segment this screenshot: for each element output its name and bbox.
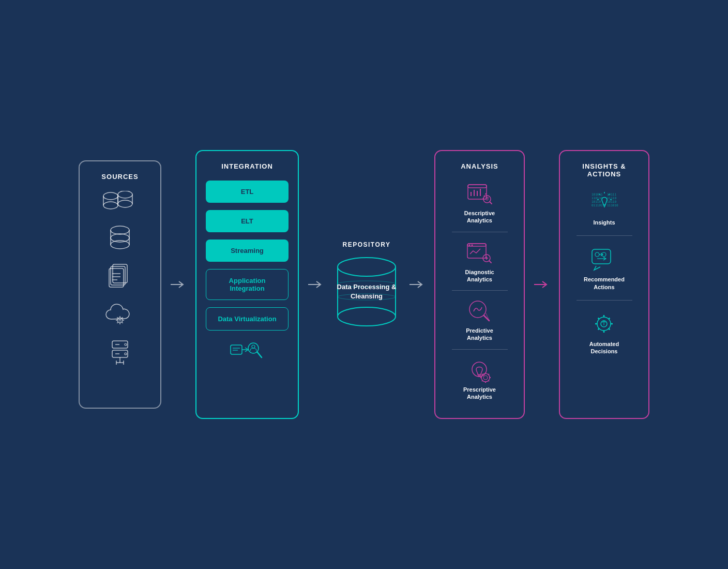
app-integration-button[interactable]: Application Integration xyxy=(206,269,289,300)
svg-line-80 xyxy=(489,374,489,375)
analysis-list: DescriptiveAnalytics DiagnosticAnalytics xyxy=(445,181,514,400)
descriptive-analytics-item: DescriptiveAnalytics xyxy=(464,181,495,224)
sources-list xyxy=(89,191,151,367)
svg-line-22 xyxy=(117,322,117,323)
svg-rect-24 xyxy=(112,350,128,357)
svg-text:10111: 10111 xyxy=(607,192,616,196)
svg-line-79 xyxy=(489,380,489,381)
svg-point-99 xyxy=(595,252,599,257)
divider-3 xyxy=(452,349,508,350)
svg-rect-34 xyxy=(231,345,242,354)
etl-button[interactable]: ETL xyxy=(206,181,289,203)
predictive-analytics-item: PredictiveAnalytics xyxy=(466,298,493,342)
recommended-actions-item: RecommendedActions xyxy=(584,245,625,291)
sources-title: SOURCES xyxy=(101,173,138,181)
server-icon xyxy=(109,339,131,367)
svg-line-78 xyxy=(482,374,482,375)
svg-line-19 xyxy=(117,317,117,318)
svg-line-38 xyxy=(257,352,262,357)
svg-point-0 xyxy=(103,192,118,200)
diagnostic-analytics-item: DiagnosticAnalytics xyxy=(465,239,494,283)
svg-text:11110: 11110 xyxy=(607,196,616,200)
arrow-repository-analysis xyxy=(410,279,425,290)
svg-line-110 xyxy=(609,328,610,330)
arrow-sources-integration xyxy=(171,279,186,290)
analysis-panel: ANALYSIS DescriptiveAnalytics xyxy=(434,150,525,419)
descriptive-analytics-label: DescriptiveAnalytics xyxy=(464,209,495,224)
svg-line-109 xyxy=(598,318,600,319)
svg-point-72 xyxy=(481,373,490,382)
divider-1 xyxy=(452,232,508,232)
insights-divider-2 xyxy=(577,300,632,301)
integration-list: ETL ELT Streaming Application Integratio… xyxy=(206,181,289,331)
svg-line-111 xyxy=(609,318,610,319)
svg-point-42 xyxy=(338,258,396,276)
svg-point-39 xyxy=(252,345,255,348)
svg-line-63 xyxy=(489,261,491,263)
prescriptive-analytics-label: PrescriptiveAnalytics xyxy=(463,386,496,401)
insights-item: 101011 110110 10110 011101 10111 11110 1… xyxy=(590,188,618,226)
svg-line-56 xyxy=(490,202,492,204)
repository-label: REPOSITORY xyxy=(342,241,390,248)
svg-point-73 xyxy=(483,376,488,380)
insights-panel: INSIGHTS &ACTIONS 101011 110110 10110 01… xyxy=(559,150,649,419)
svg-text:10110: 10110 xyxy=(607,200,616,203)
diagram-container: SOURCES xyxy=(68,140,660,429)
svg-point-26 xyxy=(125,353,127,355)
svg-point-25 xyxy=(125,343,127,346)
divider-2 xyxy=(452,290,508,291)
streaming-button[interactable]: Streaming xyxy=(206,239,289,262)
documents-icon xyxy=(109,262,131,289)
svg-text:110110: 110110 xyxy=(592,196,603,200)
integration-bottom-icon xyxy=(230,340,265,363)
svg-text:10110: 10110 xyxy=(592,200,601,203)
insights-divider-1 xyxy=(577,235,632,236)
repository-text: Data Processing &Cleansing xyxy=(337,282,397,301)
database-single-icon xyxy=(109,225,131,251)
recommended-actions-label: RecommendedActions xyxy=(584,276,625,291)
diagnostic-analytics-label: DiagnosticAnalytics xyxy=(465,268,494,283)
svg-text:111010: 111010 xyxy=(607,203,618,207)
elt-button[interactable]: ELT xyxy=(206,210,289,232)
svg-point-60 xyxy=(469,244,471,246)
svg-line-112 xyxy=(598,328,600,330)
repository-section: REPOSITORY Data Processing &Cleansing xyxy=(333,241,400,328)
cloud-gear-icon xyxy=(105,301,135,327)
svg-point-4 xyxy=(111,226,129,234)
svg-point-2 xyxy=(118,191,132,198)
arrow-integration-repository xyxy=(308,279,324,290)
sources-panel: SOURCES xyxy=(79,160,161,409)
svg-point-3 xyxy=(118,200,132,207)
svg-line-21 xyxy=(122,317,123,318)
insights-title: INSIGHTS &ACTIONS xyxy=(582,162,626,178)
insights-list: 101011 110110 10110 011101 10111 11110 1… xyxy=(569,188,639,355)
svg-line-20 xyxy=(122,322,123,323)
insights-label: Insights xyxy=(593,219,615,226)
automated-decisions-label: AutomatedDecisions xyxy=(589,340,619,355)
integration-panel: INTEGRATION ETL ELT Streaming Applicatio… xyxy=(195,150,299,419)
predictive-analytics-label: PredictiveAnalytics xyxy=(466,327,493,342)
svg-point-1 xyxy=(103,202,118,209)
svg-line-81 xyxy=(482,380,482,381)
svg-point-14 xyxy=(119,319,121,321)
repository-cylinder: Data Processing &Cleansing xyxy=(333,256,400,328)
svg-rect-50 xyxy=(468,185,487,188)
analysis-title: ANALYSIS xyxy=(461,162,498,170)
svg-point-61 xyxy=(472,244,473,246)
automated-decisions-item: AutomatedDecisions xyxy=(589,310,619,355)
arrow-analysis-insights xyxy=(534,279,550,290)
data-virtualization-button[interactable]: Data Virtualization xyxy=(206,307,289,331)
prescriptive-analytics-item: PrescriptiveAnalytics xyxy=(463,357,496,401)
svg-rect-23 xyxy=(112,341,128,348)
svg-text:011101: 011101 xyxy=(592,203,603,207)
integration-title: INTEGRATION xyxy=(221,162,273,170)
svg-text:101011: 101011 xyxy=(592,192,603,196)
svg-rect-98 xyxy=(592,249,611,264)
svg-point-45 xyxy=(338,307,396,326)
databases-icon xyxy=(101,191,139,214)
svg-point-13 xyxy=(117,318,123,323)
